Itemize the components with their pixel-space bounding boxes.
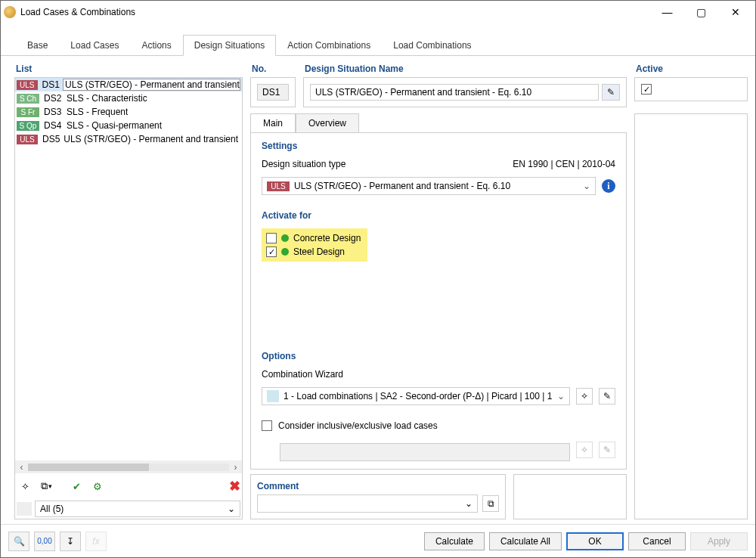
badge-uls: ULS <box>17 80 38 90</box>
filter-row: All (5) ⌄ <box>15 499 242 519</box>
main-tabbar: Base Load Cases Actions Design Situation… <box>1 23 755 56</box>
comment-sidebox <box>513 474 627 519</box>
list-row-ds3[interactable]: S Fr DS3 SLS - Frequent <box>15 105 242 119</box>
app-icon <box>4 6 16 18</box>
calculate-button[interactable]: Calculate <box>424 532 485 550</box>
no-field[interactable]: DS1 <box>257 84 289 101</box>
active-checkbox[interactable]: ✓ <box>641 84 652 95</box>
filter-select[interactable]: All (5) ⌄ <box>35 501 240 517</box>
badge-uls: ULS <box>267 181 290 191</box>
list-num: DS3 <box>44 107 67 117</box>
cw-value: 1 - Load combinations | SA2 - Second-ord… <box>284 391 552 401</box>
cw-label: Combination Wizard <box>262 369 615 380</box>
edit-name-button[interactable]: ✎ <box>602 84 620 101</box>
calculate-all-button[interactable]: Calculate All <box>489 532 562 550</box>
cw-new-button[interactable]: ✧ <box>576 388 593 405</box>
concrete-label: Concrete Design <box>293 233 361 243</box>
scroll-right-icon[interactable]: › <box>229 460 242 473</box>
comment-label: Comment <box>257 481 499 491</box>
filter-swatch <box>17 502 32 516</box>
situation-list[interactable]: ULS DS1 ULS (STR/GEO) - Permanent and tr… <box>15 78 242 460</box>
sort-tool-button[interactable]: ↧ <box>60 532 81 551</box>
comment-field[interactable]: ⌄ <box>257 494 478 513</box>
right-sidebox <box>634 113 748 519</box>
close-button[interactable]: ✕ <box>718 1 752 23</box>
new-button[interactable]: ✧ <box>17 478 33 494</box>
consider-checkbox[interactable] <box>262 420 272 431</box>
list-name[interactable]: ULS (STR/GEO) - Permanent and transient … <box>63 79 240 91</box>
fx-icon: fx <box>92 536 99 547</box>
dsn-field[interactable]: ULS (STR/GEO) - Permanent and transient … <box>310 84 599 101</box>
dstype-select[interactable]: ULS ULS (STR/GEO) - Permanent and transi… <box>262 177 596 195</box>
units-icon: 0,00 <box>37 537 51 545</box>
activate-concrete-row[interactable]: Concrete Design <box>266 233 363 243</box>
concrete-checkbox[interactable] <box>266 233 277 243</box>
tab-action-combinations[interactable]: Action Combinations <box>276 35 382 56</box>
filter-value: All (5) <box>40 504 64 514</box>
badge-sqp: S Qp <box>17 121 39 131</box>
subtab-main[interactable]: Main <box>250 113 296 132</box>
list-name: SLS - Frequent <box>67 107 128 117</box>
badge-uls: ULS <box>17 135 38 144</box>
list-panel: List ULS DS1 ULS (STR/GEO) - Permanent a… <box>14 64 243 519</box>
chevron-down-icon: ⌄ <box>583 181 590 191</box>
list-row-ds2[interactable]: S Ch DS2 SLS - Characteristic <box>15 91 242 105</box>
steel-label: Steel Design <box>293 246 345 257</box>
incl-edit-button: ✎ <box>599 442 615 458</box>
scroll-left-icon[interactable]: ‹ <box>15 460 28 473</box>
cancel-button[interactable]: Cancel <box>628 532 686 550</box>
info-icon[interactable]: i <box>602 179 615 193</box>
button-bar: 🔍 0,00 ↧ fx Calculate Calculate All OK C… <box>1 524 755 557</box>
dialog-window: Load Cases & Combinations — ▢ ✕ Base Loa… <box>0 0 756 558</box>
list-name: SLS - Quasi-permanent <box>67 120 162 131</box>
pencil-icon: ✎ <box>607 87 615 98</box>
subtab-overview[interactable]: Overview <box>296 113 359 132</box>
status-dot-icon <box>281 248 289 256</box>
list-num: DS5 <box>42 134 64 144</box>
code-label: EN 1990 | CEN | 2010-04 <box>513 159 615 169</box>
tab-load-combinations[interactable]: Load Combinations <box>382 35 482 56</box>
search-tool-button[interactable]: 🔍 <box>8 532 29 551</box>
list-row-ds1[interactable]: ULS DS1 ULS (STR/GEO) - Permanent and tr… <box>15 78 242 91</box>
list-toolbar: ✧ ⧉▾ ✔ ⚙ ✖ <box>15 473 242 499</box>
activate-label: Activate for <box>262 210 615 221</box>
copy-menu-button[interactable]: ⧉▾ <box>38 478 54 494</box>
steel-checkbox[interactable]: ✓ <box>266 246 277 257</box>
details-panel: No. DS1 Design Situation Name ULS (STR/G… <box>250 64 748 519</box>
scroll-thumb[interactable] <box>28 463 149 471</box>
sub-tabbar: Main Overview <box>250 113 627 132</box>
settings-label: Settings <box>262 141 615 151</box>
horizontal-scrollbar[interactable]: ‹ › <box>15 460 242 473</box>
dsn-label: Design Situation Name <box>303 64 627 74</box>
chevron-down-icon: ⌄ <box>228 504 235 514</box>
tab-base[interactable]: Base <box>16 35 59 56</box>
list-name: SLS - Characteristic <box>67 93 147 104</box>
list-row-ds5[interactable]: ULS DS5 ULS (STR/GEO) - Permanent and tr… <box>15 132 242 146</box>
list-row-ds4[interactable]: S Qp DS4 SLS - Quasi-permanent <box>15 119 242 132</box>
tab-actions[interactable]: Actions <box>130 35 182 56</box>
check-button[interactable]: ✔ <box>68 478 85 494</box>
delete-button[interactable]: ✖ <box>229 478 240 494</box>
tab-design-situations[interactable]: Design Situations <box>183 35 276 56</box>
badge-sfr: S Fr <box>17 107 39 117</box>
check-cfg-button[interactable]: ⚙ <box>89 478 106 494</box>
units-tool-button[interactable]: 0,00 <box>34 532 55 551</box>
cw-select[interactable]: 1 - Load combinations | SA2 - Second-ord… <box>262 387 570 405</box>
dstype-label: Design situation type <box>262 159 345 169</box>
list-num: DS2 <box>44 93 67 104</box>
maximize-button[interactable]: ▢ <box>684 1 718 23</box>
dstype-value: ULS (STR/GEO) - Permanent and transient … <box>294 181 510 191</box>
activate-for-block: Concrete Design ✓ Steel Design <box>262 228 367 262</box>
list-name: ULS (STR/GEO) - Permanent and transient … <box>64 134 240 144</box>
comment-lib-button[interactable]: ⧉ <box>482 495 499 512</box>
badge-sch: S Ch <box>17 94 39 104</box>
ok-button[interactable]: OK <box>566 532 624 550</box>
inclusive-exclusive-field <box>280 443 570 461</box>
tab-load-cases[interactable]: Load Cases <box>59 35 130 56</box>
content-area: List ULS DS1 ULS (STR/GEO) - Permanent a… <box>1 56 755 524</box>
status-dot-icon <box>281 234 289 242</box>
no-label: No. <box>250 64 296 74</box>
activate-steel-row[interactable]: ✓ Steel Design <box>266 246 363 257</box>
cw-edit-button[interactable]: ✎ <box>599 388 615 405</box>
minimize-button[interactable]: — <box>650 1 684 23</box>
